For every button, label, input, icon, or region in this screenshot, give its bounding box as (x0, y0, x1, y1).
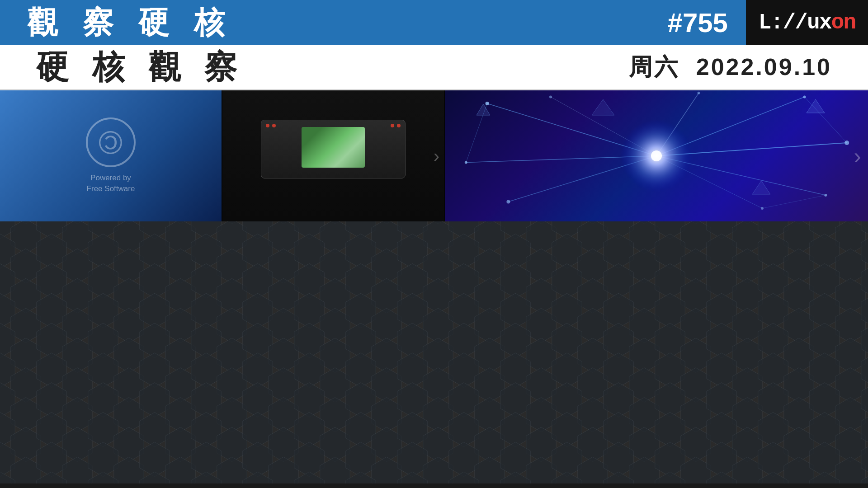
copyleft-icon: © (86, 117, 136, 167)
svg-point-15 (824, 194, 827, 197)
svg-point-16 (506, 200, 510, 204)
bottom-hex-area (0, 221, 868, 483)
gpu-body (261, 120, 406, 178)
episode-number: #755 (668, 7, 737, 38)
date-line: 周六 2022.09.10 (629, 52, 832, 83)
dot-4 (397, 124, 401, 127)
hex-grid-canvas (0, 221, 868, 483)
svg-point-12 (486, 102, 489, 105)
date-value: 2022.09.10 (696, 54, 832, 80)
sub-header-bar: 硬 核 觀 察 周六 2022.09.10 (0, 45, 868, 90)
svg-point-14 (844, 141, 849, 145)
powered-by-text: Powered by Free Software (87, 173, 135, 194)
svg-point-13 (803, 96, 806, 99)
arrow-right-icon: › (434, 146, 439, 166)
arrow-right-2-icon: › (854, 143, 861, 169)
gpu-dots-left (266, 124, 276, 127)
svg-marker-21 (476, 104, 490, 115)
gpu-chip-visual (261, 120, 406, 192)
svg-line-9 (805, 97, 847, 143)
tech-background: › (445, 90, 868, 221)
sub-title: 硬 核 觀 察 (36, 46, 244, 89)
svg-marker-23 (592, 99, 614, 115)
svg-line-11 (762, 195, 826, 208)
svg-point-20 (549, 96, 552, 99)
svg-point-18 (698, 92, 700, 94)
gpu-dots-right (391, 124, 401, 127)
svg-marker-22 (807, 99, 825, 113)
panel-3-tech: › (445, 90, 868, 221)
svg-point-19 (761, 207, 764, 210)
svg-point-26 (651, 150, 662, 161)
copyleft-symbol: © (99, 126, 123, 159)
logo-box: L://uxon (746, 0, 868, 45)
dot-2 (272, 124, 276, 127)
gpu-die (302, 127, 365, 168)
top-header-bar: 觀 察 硬 核 #755 L://uxon (0, 0, 868, 45)
dot-3 (391, 124, 394, 127)
panel-2-gpu: › (222, 90, 444, 221)
svg-marker-24 (752, 181, 770, 194)
panel-1-blue: © Powered by Free Software (0, 90, 222, 221)
day-label: 周六 (629, 54, 679, 80)
network-svg (445, 90, 868, 221)
dot-1 (266, 124, 269, 127)
header-right: #755 L://uxon (668, 0, 868, 45)
svg-point-17 (465, 161, 467, 164)
show-title: 觀 察 硬 核 (27, 2, 233, 43)
logo-text: L://uxon (759, 10, 855, 35)
panels-row: © Powered by Free Software › (0, 90, 868, 221)
